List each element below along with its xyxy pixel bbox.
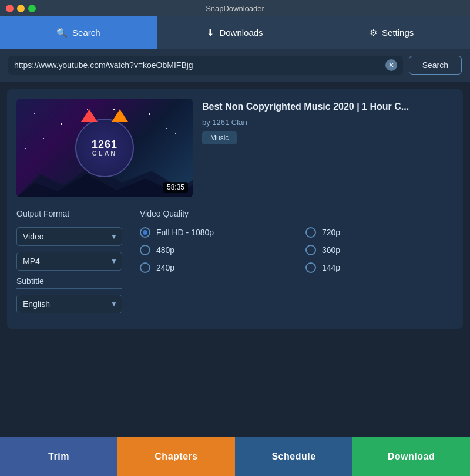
format-select[interactable]: Video Audio Image [16,227,122,246]
video-quality-panel: Video Quality Full HD - 1080p 720p [140,209,454,319]
close-button[interactable] [6,5,14,12]
video-author: by 1261 Clan [202,118,454,127]
video-category: Music [202,131,237,144]
radio-360p [306,245,316,255]
quality-option-360p[interactable]: 360p [306,245,454,255]
codec-select[interactable]: MP4 MKV AVI MOV [16,252,122,271]
settings-tab-label: Settings [382,28,414,38]
quality-label-1080p: Full HD - 1080p [156,228,214,237]
ear-right [112,109,128,122]
settings-tab-icon: ⚙ [370,28,377,38]
quality-grid: Full HD - 1080p 720p 480p [140,227,454,273]
quality-option-240p[interactable]: 240p [140,262,288,273]
radio-240p [140,262,150,273]
cat-ears [81,109,128,121]
video-quality-label: Video Quality [140,209,454,221]
main-content: 1261 CLAN 58:35 Best Non Copyrighted Mus… [7,89,463,329]
quality-label-720p: 720p [322,228,340,237]
codec-select-wrapper: MP4 MKV AVI MOV ▼ [16,252,122,271]
minimize-button[interactable] [17,5,25,12]
duration-badge: 58:35 [163,182,188,193]
quality-label-240p: 240p [156,263,174,272]
download-button[interactable]: Download [352,437,470,476]
schedule-button[interactable]: Schedule [235,437,352,476]
subtitle-label: Subtitle [16,276,122,289]
quality-option-720p[interactable]: 720p [306,227,454,238]
quality-label-360p: 360p [322,245,340,255]
output-format-label: Output Format [16,209,122,221]
title-bar: SnapDownloader [0,0,470,16]
radio-144p [306,262,316,273]
url-input[interactable] [14,60,382,70]
tab-downloads[interactable]: ⬇ Downloads [157,16,314,49]
search-tab-icon: 🔍 [56,28,68,38]
downloads-tab-label: Downloads [219,28,263,38]
chapters-button[interactable]: Chapters [118,437,235,476]
output-format-panel: Output Format Video Audio Image ▼ MP4 MK… [16,209,122,319]
url-input-wrapper: ✕ [8,56,403,75]
url-bar: ✕ Search [0,49,470,82]
bottom-bar: Trim Chapters Schedule Download [0,437,470,476]
radio-1080p [140,227,150,238]
downloads-tab-icon: ⬇ [207,28,214,38]
format-select-wrapper: Video Audio Image ▼ [16,227,122,246]
quality-label-480p: 480p [156,245,174,255]
video-details: Best Non Copyrighted Music 2020 | 1 Hour… [202,99,454,197]
format-section: Output Format Video Audio Image ▼ MP4 MK… [16,209,454,319]
video-info: 1261 CLAN 58:35 Best Non Copyrighted Mus… [16,99,454,197]
quality-option-144p[interactable]: 144p [306,262,454,273]
video-thumbnail: 1261 CLAN 58:35 [16,99,193,197]
window-controls [6,5,36,12]
subtitle-select-wrapper: English Spanish French German None ▼ [16,295,122,313]
app-title: SnapDownloader [206,4,264,13]
trim-button[interactable]: Trim [0,437,118,476]
subtitle-select[interactable]: English Spanish French German None [16,295,122,313]
clear-url-button[interactable]: ✕ [385,59,397,71]
clan-logo: 1261 CLAN [75,119,134,177]
search-tab-label: Search [72,28,100,38]
radio-720p [306,227,316,238]
ear-left [81,109,98,122]
quality-option-480p[interactable]: 480p [140,245,288,255]
radio-inner-1080p [143,230,147,235]
radio-480p [140,245,150,255]
quality-option-1080p[interactable]: Full HD - 1080p [140,227,288,238]
video-title: Best Non Copyrighted Music 2020 | 1 Hour… [202,101,454,113]
tab-search[interactable]: 🔍 Search [0,16,157,49]
quality-label-144p: 144p [322,263,340,272]
tab-settings[interactable]: ⚙ Settings [313,16,470,49]
nav-tabs: 🔍 Search ⬇ Downloads ⚙ Settings [0,16,470,49]
maximize-button[interactable] [28,5,36,12]
subtitle-section: Subtitle English Spanish French German N… [16,276,122,313]
search-button[interactable]: Search [409,56,462,75]
